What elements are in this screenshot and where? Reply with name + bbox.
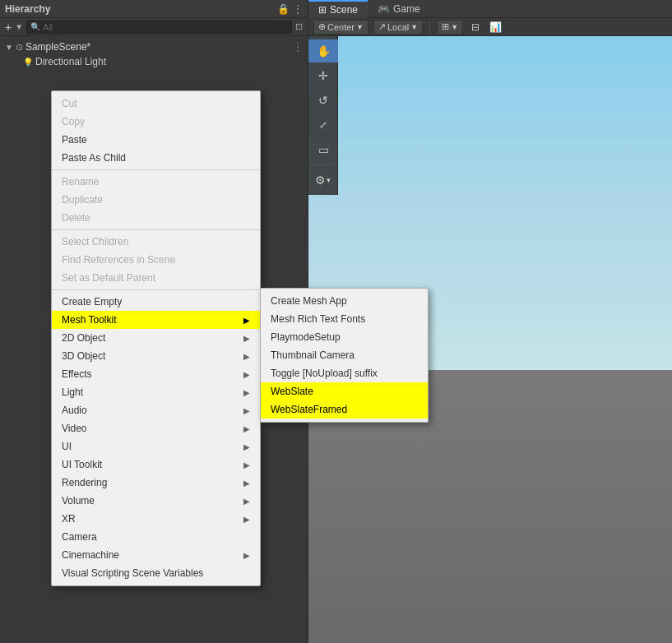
- ctx-submenu-arrow-mesh-toolkit: ▶: [243, 316, 250, 325]
- ctx-submenu-arrow-rendering: ▶: [243, 479, 250, 488]
- ctx-item-label-copy: Copy: [62, 116, 85, 127]
- svg-line-10: [386, 520, 463, 643]
- transform-icon: ⚙: [315, 173, 326, 187]
- ctx-item-audio[interactable]: Audio▶: [52, 401, 260, 419]
- ctx-item-paste[interactable]: Paste: [52, 131, 260, 149]
- ctx-item-label-visual-scripting: Visual Scripting Scene Variables: [62, 567, 203, 579]
- local-icon: ↗: [378, 21, 386, 32]
- ctx-item-mesh-toolkit[interactable]: Mesh Toolkit▶: [52, 311, 260, 329]
- ctx-item-label-set-default-parent: Set as Default Parent: [62, 272, 155, 284]
- ctx-submenu-arrow-effects: ▶: [243, 370, 250, 379]
- ctx-item-label-select-children: Select Children: [62, 236, 128, 247]
- search-label: All: [43, 22, 53, 32]
- ctx-item-video[interactable]: Video▶: [52, 419, 260, 437]
- ctx-item-light[interactable]: Light▶: [52, 383, 260, 401]
- add-button[interactable]: +: [5, 21, 12, 33]
- ctx-item-effects[interactable]: Effects▶: [52, 365, 260, 383]
- sub-item-webslate[interactable]: WebSlate: [261, 382, 428, 400]
- ctx-item-label-delete: Delete: [62, 212, 90, 224]
- svg-line-3: [355, 520, 386, 643]
- hierarchy-title: Hierarchy: [5, 3, 274, 15]
- ctx-item-label-cut: Cut: [62, 98, 77, 109]
- ctx-item-label-3d-object: 3D Object: [62, 350, 105, 362]
- ctx-item-set-default-parent: Set as Default Parent: [52, 269, 260, 287]
- scene-tabs: ⊞ Scene 🎮 Game: [308, 0, 672, 18]
- ctx-item-select-children: Select Children: [52, 233, 260, 251]
- menu-icon[interactable]: ⋮: [293, 3, 303, 15]
- ctx-item-paste-as-child[interactable]: Paste As Child: [52, 149, 260, 167]
- ctx-item-3d-object[interactable]: 3D Object▶: [52, 347, 260, 365]
- svg-line-8: [386, 520, 433, 643]
- ctx-item-create-empty[interactable]: Create Empty: [52, 293, 260, 311]
- local-dropdown[interactable]: ↗ Local ▼: [373, 20, 423, 35]
- ctx-item-xr[interactable]: XR▶: [52, 510, 260, 528]
- ctx-item-visual-scripting[interactable]: Visual Scripting Scene Variables: [52, 564, 260, 582]
- rect-tool[interactable]: ▭: [308, 138, 338, 161]
- sub-item-playmodesetup[interactable]: PlaymodeSetup: [261, 328, 428, 346]
- scale-icon: ⤢: [319, 119, 327, 131]
- ctx-item-ui-toolkit[interactable]: UI Toolkit▶: [52, 456, 260, 474]
- ctx-item-label-paste-as-child: Paste As Child: [62, 152, 126, 164]
- ctx-item-ui[interactable]: UI▶: [52, 437, 260, 456]
- ctx-item-volume[interactable]: Volume▶: [52, 492, 260, 510]
- scene-icon: ⊙: [16, 42, 23, 53]
- ctx-item-label-2d-object: 2D Object: [62, 332, 105, 344]
- ctx-item-label-rename: Rename: [62, 176, 99, 187]
- snap-button[interactable]: ⊟: [468, 20, 483, 35]
- scene-row[interactable]: ▼ ⊙ SampleScene* ⋮: [0, 39, 308, 54]
- grid-toggle[interactable]: ⊞ ▼: [437, 20, 463, 35]
- transform-tool[interactable]: ⚙ ▼: [308, 169, 338, 192]
- ctx-item-find-references: Find References in Scene: [52, 251, 260, 269]
- ctx-submenu-arrow-light: ▶: [243, 388, 250, 397]
- ctx-separator: [52, 289, 260, 290]
- center-dropdown[interactable]: ⊕ Center ▼: [313, 20, 368, 35]
- svg-line-0: [308, 520, 386, 643]
- scene-tab-label: Scene: [330, 4, 358, 16]
- directional-light-row[interactable]: 💡 Directional Light: [0, 54, 308, 69]
- stats-icon: 📊: [489, 21, 502, 33]
- center-label: Center: [327, 22, 355, 32]
- sub-item-mesh-rich-text-fonts[interactable]: Mesh Rich Text Fonts: [261, 310, 428, 328]
- hierarchy-toolbar: + ▼ 🔍 All ⊡: [0, 18, 308, 36]
- ctx-item-label-rendering: Rendering: [62, 477, 107, 488]
- ctx-item-cinemachine[interactable]: Cinemachine▶: [52, 546, 260, 564]
- scene-expand-arrow: ▼: [5, 43, 13, 52]
- sub-item-toggle-noupload[interactable]: Toggle [NoUpload] suffix: [261, 364, 428, 382]
- ctx-item-label-volume: Volume: [62, 495, 95, 507]
- game-tab-label: Game: [393, 3, 420, 15]
- snap-icon: ⊟: [471, 21, 480, 33]
- grid-svg: [308, 520, 464, 643]
- lock-icon[interactable]: 🔒: [277, 3, 290, 15]
- ctx-item-label-video: Video: [62, 423, 86, 434]
- sub-item-thumbnail-camera[interactable]: Thumbnail Camera: [261, 346, 428, 364]
- ctx-submenu-arrow-3d-object: ▶: [243, 352, 250, 361]
- ctx-item-rendering[interactable]: Rendering▶: [52, 474, 260, 492]
- ctx-item-label-effects: Effects: [62, 368, 91, 380]
- ctx-item-2d-object[interactable]: 2D Object▶: [52, 329, 260, 347]
- tab-game[interactable]: 🎮 Game: [368, 0, 430, 18]
- ctx-submenu-arrow-volume: ▶: [243, 497, 250, 506]
- tool-dropdown-arrow: ▼: [326, 177, 332, 184]
- ctx-item-camera[interactable]: Camera: [52, 528, 260, 546]
- grid-arrow-icon: ▼: [451, 23, 458, 31]
- scene-menu-dots[interactable]: ⋮: [293, 41, 308, 53]
- local-label: Local: [387, 22, 409, 32]
- stats-button[interactable]: 📊: [488, 20, 503, 35]
- move-tool[interactable]: ✛: [308, 64, 338, 87]
- scale-tool[interactable]: ⤢: [308, 113, 338, 136]
- ctx-submenu-arrow-audio: ▶: [243, 406, 250, 415]
- hand-tool[interactable]: ✋: [308, 39, 338, 62]
- ctx-separator: [52, 169, 260, 170]
- svg-line-2: [340, 520, 387, 643]
- dropdown-arrow-icon[interactable]: ▼: [15, 22, 23, 31]
- ctx-item-label-paste: Paste: [62, 134, 87, 146]
- center-arrow-icon: ▼: [356, 23, 364, 31]
- sub-item-webslate-framed[interactable]: WebSlateFramed: [261, 400, 428, 419]
- hierarchy-options-icon[interactable]: ⊡: [295, 21, 303, 32]
- search-box[interactable]: 🔍 All: [26, 21, 292, 34]
- rotate-tool[interactable]: ↺: [308, 89, 338, 112]
- ctx-item-label-find-references: Find References in Scene: [62, 254, 175, 266]
- sub-item-create-mesh-app[interactable]: Create Mesh App: [261, 292, 428, 310]
- scene-toolbar: ⊕ Center ▼ ↗ Local ▼ ⊞ ▼ ⊟ 📊: [308, 18, 672, 36]
- tab-scene[interactable]: ⊞ Scene: [308, 0, 368, 18]
